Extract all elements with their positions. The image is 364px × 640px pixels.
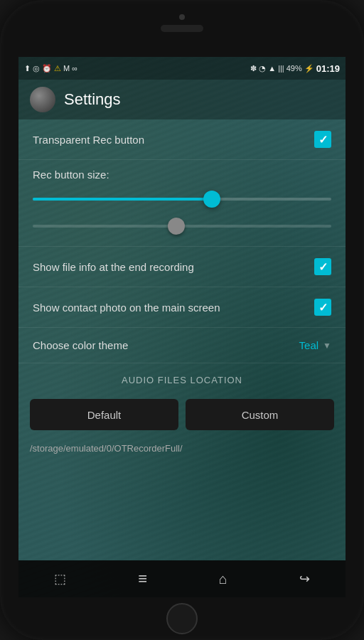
status-icon-alarm: ⏰ bbox=[42, 64, 52, 73]
status-icons-right: ✽ ◔ ▲ ||| 49% ⚡ 01:19 bbox=[250, 63, 340, 74]
transparent-rec-item[interactable]: Transparent Rec button bbox=[18, 119, 346, 160]
show-file-info-label: Show file info at the end recording bbox=[33, 261, 194, 273]
app-header: Settings bbox=[18, 80, 346, 119]
show-contact-checkbox[interactable] bbox=[314, 299, 331, 316]
wifi-icon: ▲ bbox=[268, 64, 276, 73]
slider-thumb2[interactable] bbox=[168, 218, 185, 235]
color-theme-label: Choose color theme bbox=[33, 339, 128, 351]
slider-thumb[interactable] bbox=[203, 191, 220, 208]
custom-button[interactable]: Custom bbox=[186, 399, 334, 430]
phone-frame: ⬆ ◎ ⏰ ⚠ M ∞ ✽ ◔ ▲ ||| 49% ⚡ 01:19 Settin… bbox=[0, 0, 364, 640]
color-theme-value: Teal bbox=[299, 339, 319, 351]
battery-percent: 49% bbox=[287, 64, 302, 73]
clock-icon: ◔ bbox=[259, 64, 266, 73]
custom-button-label: Custom bbox=[242, 409, 279, 421]
show-contact-item[interactable]: Show contact photo on the main screen bbox=[18, 287, 346, 328]
audio-section-header: AUDIO FILES LOCATION bbox=[18, 363, 346, 393]
home-button[interactable] bbox=[166, 603, 198, 634]
path-display: /storage/emulated/0/OTRecorderFull/ bbox=[18, 436, 346, 466]
back-nav-icon[interactable]: ⬚ bbox=[43, 565, 77, 592]
home-nav-icon[interactable]: ⌂ bbox=[208, 565, 239, 593]
secondary-slider[interactable] bbox=[33, 218, 331, 235]
slider-track bbox=[33, 198, 331, 201]
speaker bbox=[161, 25, 203, 32]
rec-size-label: Rec button size: bbox=[33, 169, 331, 181]
transparent-rec-label: Transparent Rec button bbox=[33, 134, 144, 146]
color-theme-item[interactable]: Choose color theme Teal ▼ bbox=[18, 328, 346, 363]
phone-bottom bbox=[0, 597, 364, 640]
show-file-info-item[interactable]: Show file info at the end recording bbox=[18, 247, 346, 287]
transparent-rec-checkbox[interactable] bbox=[314, 131, 331, 148]
status-icon-whatsapp: ◎ bbox=[33, 64, 40, 73]
signal-icon: ||| bbox=[278, 64, 284, 73]
chevron-down-icon: ▼ bbox=[323, 341, 331, 351]
phone-top bbox=[0, 0, 364, 57]
rec-size-section: Rec button size: bbox=[18, 160, 346, 247]
show-contact-label: Show contact photo on the main screen bbox=[33, 302, 220, 314]
slider-fill bbox=[33, 198, 212, 201]
bottom-nav: ⬚ ≡ ⌂ ↩ bbox=[18, 560, 346, 597]
battery-icon: ⚡ bbox=[304, 64, 314, 73]
location-buttons: Default Custom bbox=[18, 393, 346, 436]
return-nav-icon[interactable]: ↩ bbox=[288, 565, 321, 592]
status-icon-gmail: M bbox=[63, 64, 70, 73]
camera bbox=[179, 14, 185, 20]
phone-screen: ⬆ ◎ ⏰ ⚠ M ∞ ✽ ◔ ▲ ||| 49% ⚡ 01:19 Settin… bbox=[18, 57, 346, 597]
settings-icon bbox=[30, 87, 55, 112]
settings-content: Transparent Rec button Rec button size: bbox=[18, 119, 346, 560]
status-time: 01:19 bbox=[316, 63, 340, 74]
status-icon-voicemail: ∞ bbox=[72, 64, 77, 73]
rec-size-slider[interactable] bbox=[33, 191, 331, 208]
bluetooth-icon: ✽ bbox=[250, 64, 257, 73]
audio-section-title: AUDIO FILES LOCATION bbox=[122, 375, 242, 385]
storage-path: /storage/emulated/0/OTRecorderFull/ bbox=[30, 443, 183, 454]
status-icon-nav: ⬆ bbox=[24, 64, 31, 73]
status-icon-warning: ⚠ bbox=[54, 64, 61, 73]
status-icons-left: ⬆ ◎ ⏰ ⚠ M ∞ bbox=[24, 64, 77, 73]
default-button[interactable]: Default bbox=[30, 399, 178, 430]
default-button-label: Default bbox=[87, 409, 122, 421]
show-file-info-checkbox[interactable] bbox=[314, 258, 331, 275]
page-title: Settings bbox=[64, 90, 121, 109]
menu-nav-icon[interactable]: ≡ bbox=[127, 564, 159, 594]
status-bar: ⬆ ◎ ⏰ ⚠ M ∞ ✽ ◔ ▲ ||| 49% ⚡ 01:19 bbox=[18, 57, 346, 80]
